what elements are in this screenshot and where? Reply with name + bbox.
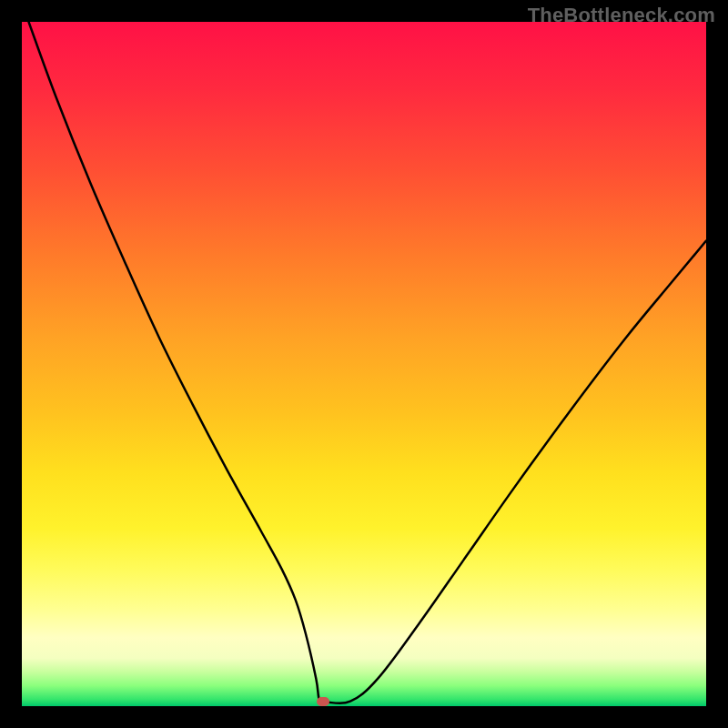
curve-svg [22,22,706,706]
watermark-text: TheBottleneck.com [528,4,715,27]
bottleneck-curve [29,22,706,703]
plot-area [22,22,706,706]
minimum-marker [317,697,329,706]
chart-frame: TheBottleneck.com [0,0,728,728]
